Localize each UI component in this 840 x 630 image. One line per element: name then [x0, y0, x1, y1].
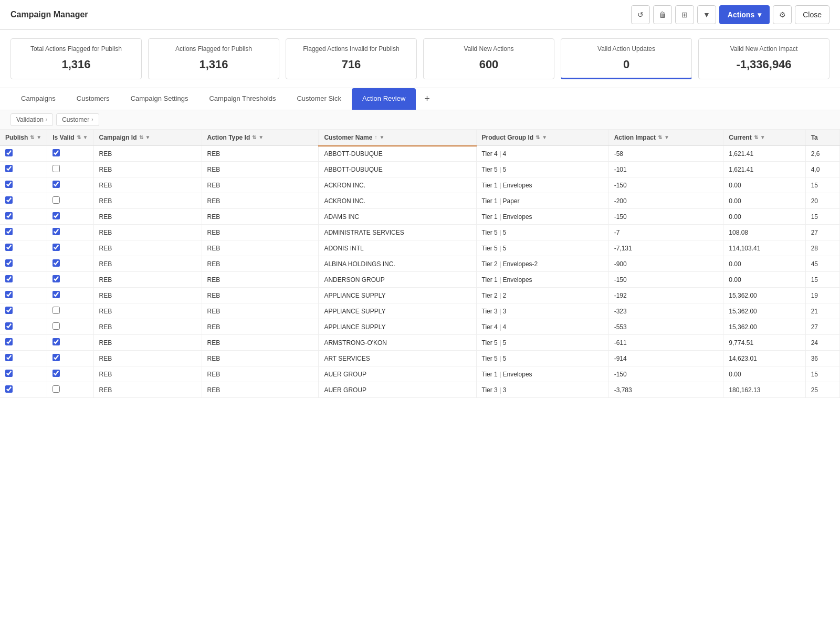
cell-product-group-id-1: Tier 5 | 5 — [476, 162, 608, 177]
cell-isvalid-4[interactable] — [47, 209, 93, 225]
filter-icon-campaign-id: ▼ — [145, 134, 151, 140]
cell-action-impact-13: -914 — [608, 351, 723, 366]
publish-checkbox-9[interactable] — [5, 291, 13, 298]
isvalid-checkbox-13[interactable] — [52, 354, 60, 361]
cell-publish-5[interactable] — [0, 225, 47, 240]
cell-publish-9[interactable] — [0, 288, 47, 303]
delete-button[interactable]: 🗑 — [653, 5, 672, 24]
publish-checkbox-6[interactable] — [5, 244, 13, 251]
cell-publish-10[interactable] — [0, 303, 47, 319]
col-header-ta[interactable]: Ta — [805, 130, 839, 146]
refresh-button[interactable]: ↺ — [631, 5, 650, 24]
cell-isvalid-6[interactable] — [47, 240, 93, 256]
col-header-is-valid[interactable]: Is Valid⇅▼ — [47, 130, 93, 146]
isvalid-checkbox-1[interactable] — [52, 165, 60, 172]
cell-publish-2[interactable] — [0, 177, 47, 193]
isvalid-checkbox-6[interactable] — [52, 244, 60, 251]
isvalid-checkbox-5[interactable] — [52, 228, 60, 235]
publish-checkbox-14[interactable] — [5, 370, 13, 377]
cell-isvalid-5[interactable] — [47, 225, 93, 240]
cell-isvalid-0[interactable] — [47, 146, 93, 162]
cell-publish-6[interactable] — [0, 240, 47, 256]
col-header-publish[interactable]: Publish⇅▼ — [0, 130, 47, 146]
cell-publish-4[interactable] — [0, 209, 47, 225]
isvalid-checkbox-10[interactable] — [52, 307, 60, 314]
col-header-product-group-id[interactable]: Product Group Id⇅▼ — [476, 130, 608, 146]
publish-checkbox-7[interactable] — [5, 259, 13, 267]
cell-isvalid-2[interactable] — [47, 177, 93, 193]
table-row: REBREBADONIS INTLTier 5 | 5-7,131114,103… — [0, 240, 840, 256]
cell-isvalid-13[interactable] — [47, 351, 93, 366]
publish-checkbox-12[interactable] — [5, 338, 13, 345]
col-header-customer-name[interactable]: Customer Name↑▼ — [319, 130, 476, 146]
cell-isvalid-9[interactable] — [47, 288, 93, 303]
cell-publish-8[interactable] — [0, 272, 47, 288]
filter-button[interactable]: ▼ — [697, 5, 716, 24]
tab-campaign-thresholds[interactable]: Campaign Thresholds — [198, 88, 286, 110]
publish-checkbox-8[interactable] — [5, 275, 13, 282]
publish-checkbox-11[interactable] — [5, 322, 13, 330]
isvalid-checkbox-11[interactable] — [52, 322, 60, 330]
cell-isvalid-15[interactable] — [47, 382, 93, 398]
cell-isvalid-7[interactable] — [47, 256, 93, 272]
cell-publish-13[interactable] — [0, 351, 47, 366]
stat-label-5: Valid New Action Impact — [707, 45, 821, 54]
close-button[interactable]: Close — [795, 5, 830, 24]
isvalid-checkbox-4[interactable] — [52, 212, 60, 219]
cell-publish-1[interactable] — [0, 162, 47, 177]
tab-add-button[interactable]: + — [418, 88, 436, 110]
isvalid-checkbox-7[interactable] — [52, 259, 60, 267]
cell-isvalid-8[interactable] — [47, 272, 93, 288]
table-row: REBREBADAMS INCTier 1 | Envelopes-1500.0… — [0, 209, 840, 225]
publish-checkbox-1[interactable] — [5, 165, 13, 172]
tab-customer-sick[interactable]: Customer Sick — [286, 88, 352, 110]
col-header-action-impact[interactable]: Action Impact⇅▼ — [608, 130, 723, 146]
cell-campaign-id-5: REB — [93, 225, 202, 240]
isvalid-checkbox-15[interactable] — [52, 385, 60, 393]
cell-isvalid-1[interactable] — [47, 162, 93, 177]
tab-action-review[interactable]: Action Review — [352, 88, 416, 110]
breadcrumb-0[interactable]: Validation› — [10, 113, 53, 126]
isvalid-checkbox-12[interactable] — [52, 338, 60, 345]
cell-publish-14[interactable] — [0, 366, 47, 382]
publish-checkbox-13[interactable] — [5, 354, 13, 361]
breadcrumb-1[interactable]: Customer› — [56, 113, 99, 126]
isvalid-checkbox-2[interactable] — [52, 181, 60, 188]
cell-publish-0[interactable] — [0, 146, 47, 162]
cell-ta-2: 15 — [805, 177, 839, 193]
tab-campaign-settings[interactable]: Campaign Settings — [120, 88, 199, 110]
cell-publish-15[interactable] — [0, 382, 47, 398]
cell-publish-3[interactable] — [0, 193, 47, 209]
isvalid-checkbox-9[interactable] — [52, 291, 60, 298]
publish-checkbox-2[interactable] — [5, 181, 13, 188]
cell-product-group-id-0: Tier 4 | 4 — [476, 146, 608, 162]
publish-checkbox-0[interactable] — [5, 149, 13, 156]
actions-button[interactable]: Actions ▾ — [719, 5, 770, 24]
cell-isvalid-10[interactable] — [47, 303, 93, 319]
tab-campaigns[interactable]: Campaigns — [10, 88, 66, 110]
publish-checkbox-10[interactable] — [5, 307, 13, 314]
isvalid-checkbox-8[interactable] — [52, 275, 60, 282]
cell-campaign-id-2: REB — [93, 177, 202, 193]
cell-isvalid-14[interactable] — [47, 366, 93, 382]
publish-checkbox-4[interactable] — [5, 212, 13, 219]
isvalid-checkbox-3[interactable] — [52, 196, 60, 204]
cell-isvalid-11[interactable] — [47, 319, 93, 335]
grid-button[interactable]: ⊞ — [675, 5, 694, 24]
isvalid-checkbox-0[interactable] — [52, 149, 60, 156]
col-header-current[interactable]: Current⇅▼ — [723, 130, 805, 146]
cell-publish-11[interactable] — [0, 319, 47, 335]
cell-isvalid-12[interactable] — [47, 335, 93, 351]
isvalid-checkbox-14[interactable] — [52, 370, 60, 377]
publish-checkbox-5[interactable] — [5, 228, 13, 235]
col-header-campaign-id[interactable]: Campaign Id⇅▼ — [93, 130, 202, 146]
cell-publish-7[interactable] — [0, 256, 47, 272]
cell-isvalid-3[interactable] — [47, 193, 93, 209]
tab-customers[interactable]: Customers — [66, 88, 120, 110]
col-header-action-type-id[interactable]: Action Type Id⇅▼ — [202, 130, 319, 146]
publish-checkbox-15[interactable] — [5, 385, 13, 393]
cell-current-11: 15,362.00 — [723, 319, 805, 335]
settings-button[interactable]: ⚙ — [773, 5, 792, 24]
publish-checkbox-3[interactable] — [5, 196, 13, 204]
cell-publish-12[interactable] — [0, 335, 47, 351]
